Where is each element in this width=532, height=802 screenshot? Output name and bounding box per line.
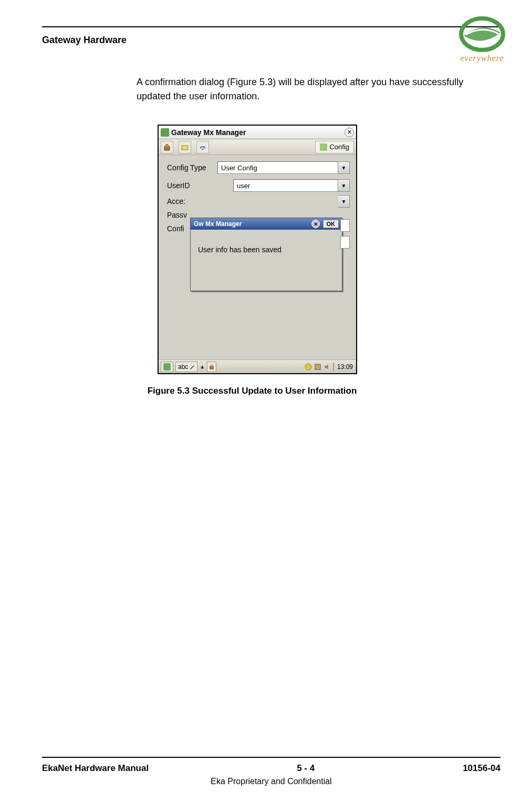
page-footer: EkaNet Hardware Manual 5 - 4 10156-04 Ek… xyxy=(42,757,500,786)
taskbar: abc ▲ 13:09 xyxy=(159,359,356,373)
chevron-up-icon[interactable]: ▲ xyxy=(200,364,205,369)
speaker-icon[interactable] xyxy=(324,363,331,371)
wifi-icon xyxy=(199,143,206,151)
config-tab-icon xyxy=(320,143,327,151)
dropdown-arrow-icon[interactable]: ▼ xyxy=(338,179,350,192)
section-title: Gateway Hardware xyxy=(42,35,500,46)
svg-rect-1 xyxy=(164,147,170,150)
figure-caption: Figure 5.3 Successful Update to User Inf… xyxy=(137,386,368,396)
dialog-message: User info has been saved xyxy=(191,230,342,254)
label-user-id: UserID xyxy=(167,181,217,190)
footer-sub: Eka Proprietary and Confidential xyxy=(42,777,500,786)
svg-rect-6 xyxy=(315,364,320,369)
footer-right: 10156-04 xyxy=(463,763,500,774)
window-title: Gateway Mx Manager xyxy=(171,128,342,137)
taskbar-app-button[interactable] xyxy=(207,362,216,372)
dropdown-arrow-icon[interactable]: ▼ xyxy=(338,195,350,208)
app-icon xyxy=(161,128,169,137)
field-peek xyxy=(340,236,350,249)
swirl-logo-icon xyxy=(458,16,506,53)
footer-left: EkaNet Hardware Manual xyxy=(42,763,149,774)
tray-divider xyxy=(333,363,334,371)
start-button[interactable] xyxy=(161,362,173,372)
body-paragraph: A confirmation dialog (Figure 5.3) will … xyxy=(137,75,478,104)
input-mode-label: abc xyxy=(178,363,188,371)
toolbar-btn-3[interactable] xyxy=(196,141,209,153)
close-icon[interactable]: ✕ xyxy=(345,128,354,137)
dropdown-arrow-icon[interactable]: ▼ xyxy=(338,161,350,174)
svg-point-3 xyxy=(202,148,204,150)
toolbar-btn-1[interactable] xyxy=(161,141,173,153)
app-window: Gateway Mx Manager ✕ Config Config Type xyxy=(158,125,357,374)
home-icon xyxy=(163,143,171,151)
input-user-id[interactable]: user xyxy=(233,179,338,192)
config-tab[interactable]: Config xyxy=(315,141,354,153)
dialog-titlebar: Gw Mx Manager ✕ OK xyxy=(191,218,342,230)
brand-logo: everywhere xyxy=(453,16,511,63)
svg-rect-2 xyxy=(182,146,188,150)
figure-screenshot: Gateway Mx Manager ✕ Config Config Type xyxy=(158,125,368,374)
start-icon xyxy=(163,363,171,371)
label-config-type: Config Type xyxy=(167,163,217,172)
footer-rule xyxy=(42,757,500,758)
label-access: Acce: xyxy=(167,197,191,205)
clock: 13:09 xyxy=(336,363,354,371)
input-config-type[interactable]: User Config xyxy=(217,161,338,174)
pencil-icon xyxy=(190,364,195,369)
header-rule xyxy=(42,26,500,27)
logo-text: everywhere xyxy=(453,54,511,63)
svg-point-5 xyxy=(305,364,311,370)
label-confirm: Confi xyxy=(167,224,191,233)
toolbar-btn-2[interactable] xyxy=(179,141,191,153)
config-tab-label: Config xyxy=(329,143,349,151)
house-icon xyxy=(208,364,215,370)
tray-icon-2[interactable] xyxy=(314,363,321,371)
footer-center: 5 - 4 xyxy=(297,763,315,774)
dialog-ok-button[interactable]: OK xyxy=(323,220,339,228)
field-peek xyxy=(340,219,350,232)
dialog-title: Gw Mx Manager xyxy=(194,220,242,228)
folder-icon xyxy=(181,143,189,151)
toolbar: Config xyxy=(159,139,356,155)
dialog-close-icon[interactable]: ✕ xyxy=(311,220,320,228)
label-password: Passv xyxy=(167,211,191,219)
confirmation-dialog: Gw Mx Manager ✕ OK User info has been sa… xyxy=(190,218,342,291)
tray-icon-1[interactable] xyxy=(305,363,312,371)
input-mode-indicator[interactable]: abc xyxy=(175,362,197,372)
window-titlebar: Gateway Mx Manager ✕ xyxy=(159,126,356,139)
